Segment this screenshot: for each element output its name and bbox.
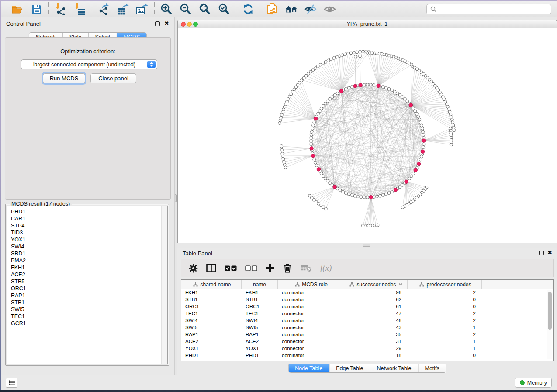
column-header-successor-nodes[interactable]: successor nodes (343, 280, 408, 289)
close-panel-button[interactable]: Close panel (90, 73, 136, 83)
cell-name[interactable]: PHD1 (242, 352, 278, 359)
table-row[interactable]: YOX1YOX1connector291 (181, 345, 546, 352)
mcds-hub-node[interactable] (310, 147, 313, 150)
cell-predecessor_nodes[interactable]: 2 (408, 289, 482, 296)
cell-successor_nodes[interactable]: 47 (343, 310, 408, 317)
search-field[interactable] (426, 4, 551, 14)
mcds-hub-node[interactable] (314, 117, 317, 120)
cell-mcds_role[interactable]: connector (278, 324, 343, 331)
mcds-hub-node[interactable] (409, 103, 412, 107)
horizontal-split-divider[interactable] (177, 243, 557, 248)
memory-button[interactable]: Memory (515, 378, 552, 388)
table-row[interactable]: SWI5SWI5connector431 (181, 324, 546, 331)
mcds-result-item[interactable]: STB1 (11, 299, 167, 306)
mcds-hub-node[interactable] (333, 185, 336, 189)
column-header-MCDS-role[interactable]: MCDS role (278, 280, 343, 289)
tab-motifs[interactable]: Motifs (418, 364, 446, 372)
cell-mcds_role[interactable]: dominator (278, 289, 343, 296)
cell-shared_name[interactable]: PHD1 (181, 352, 242, 359)
table-row[interactable]: STB1STB1dominator620 (181, 296, 546, 303)
cell-shared_name[interactable]: TEC1 (181, 310, 242, 317)
cell-successor_nodes[interactable]: 29 (343, 345, 408, 352)
mcds-result-item[interactable]: SWI5 (11, 306, 167, 313)
cell-successor_nodes[interactable]: 61 (343, 303, 408, 310)
cell-shared_name[interactable]: YOX1 (181, 345, 242, 352)
mcds-result-item[interactable]: GCR1 (11, 320, 167, 327)
mcds-hub-node[interactable] (394, 188, 397, 192)
refresh-icon[interactable] (242, 3, 255, 16)
export-table-icon[interactable] (117, 3, 130, 16)
mcds-hub-node[interactable] (317, 168, 320, 171)
delete-column-trash-icon[interactable] (283, 263, 292, 273)
cell-successor_nodes[interactable]: 43 (343, 324, 408, 331)
mcds-list-scrollbar[interactable] (161, 206, 167, 364)
cell-name[interactable]: TEC1 (242, 310, 278, 317)
table-settings-gear-icon[interactable] (189, 264, 198, 273)
optimization-criterion-select[interactable]: largest connected component (undirected) (21, 59, 157, 69)
mcds-hub-node[interactable] (353, 84, 357, 88)
cell-successor_nodes[interactable]: 31 (343, 338, 408, 345)
tab-network-table[interactable]: Network Table (370, 364, 419, 372)
table-scrollbar-thumb[interactable] (548, 292, 552, 330)
mcds-hub-node[interactable] (405, 180, 408, 183)
mcds-result-item[interactable]: STB5 (11, 278, 167, 285)
network-canvas[interactable] (178, 28, 557, 243)
cell-predecessor_nodes[interactable]: 1 (408, 338, 482, 345)
mcds-hub-node[interactable] (311, 154, 315, 158)
mcds-hub-node[interactable] (414, 168, 417, 172)
table-row[interactable]: FKH1FKH1dominator962 (181, 289, 546, 296)
table-scrollbar[interactable] (547, 290, 552, 359)
vertical-split-divider[interactable] (174, 17, 177, 375)
cell-shared_name[interactable]: FKH1 (181, 289, 242, 296)
zoom-selected-icon[interactable] (218, 3, 231, 16)
mcds-result-item[interactable]: PMA2 (11, 257, 167, 264)
cell-name[interactable]: RAP1 (242, 331, 278, 338)
cell-successor_nodes[interactable]: 62 (343, 296, 408, 303)
select-all-icon[interactable] (225, 265, 237, 271)
cell-mcds_role[interactable]: connector (278, 345, 343, 352)
zoom-out-icon[interactable] (179, 3, 192, 16)
network-graph[interactable] (178, 28, 557, 243)
mcds-result-item[interactable]: ACE2 (11, 271, 167, 278)
mcds-hub-node[interactable] (359, 83, 362, 87)
cell-predecessor_nodes[interactable]: 1 (408, 324, 482, 331)
mcds-result-item[interactable]: CAR1 (11, 215, 167, 222)
export-image-icon[interactable] (136, 3, 149, 16)
cell-name[interactable]: ACE2 (242, 338, 278, 345)
cell-predecessor_nodes[interactable]: 1 (408, 345, 482, 352)
cell-predecessor_nodes[interactable]: 0 (408, 352, 482, 359)
mcds-hub-node[interactable] (422, 139, 426, 142)
mcds-result-item[interactable]: TID3 (11, 229, 167, 236)
show-all-icon[interactable] (323, 3, 336, 16)
cell-shared_name[interactable]: STB1 (181, 296, 242, 303)
tab-node-table[interactable]: Node Table (288, 364, 329, 372)
mcds-hub-node[interactable] (339, 89, 343, 93)
clone-network-icon[interactable] (266, 3, 279, 16)
import-network-icon[interactable] (54, 3, 67, 16)
import-table-icon[interactable] (73, 3, 86, 16)
first-neighbors-icon[interactable] (285, 3, 298, 16)
mcds-result-item[interactable]: SWI4 (11, 243, 167, 250)
cell-mcds_role[interactable]: connector (278, 338, 343, 345)
hide-selected-icon[interactable] (304, 3, 317, 16)
zoom-fit-icon[interactable] (198, 3, 211, 16)
cell-name[interactable]: SWI4 (242, 317, 278, 324)
cell-mcds_role[interactable]: dominator (278, 317, 343, 324)
column-header-shared-name[interactable]: shared name (181, 280, 242, 289)
vertical-split-handle[interactable] (175, 194, 177, 202)
create-column-plus-icon[interactable] (266, 264, 274, 272)
deselect-all-icon[interactable] (245, 265, 257, 271)
show-columns-icon[interactable] (206, 264, 216, 272)
cell-name[interactable]: YOX1 (242, 345, 278, 352)
mcds-result-item[interactable]: FKH1 (11, 264, 167, 271)
mcds-hub-node[interactable] (377, 84, 380, 87)
cell-successor_nodes[interactable]: 18 (343, 352, 408, 359)
column-header-predecessor-nodes[interactable]: predecessor nodes (408, 280, 482, 289)
cell-predecessor_nodes[interactable]: 0 (408, 303, 482, 310)
cell-successor_nodes[interactable]: 96 (343, 289, 408, 296)
table-row[interactable]: RAP1RAP1dominator352 (181, 331, 546, 338)
cell-mcds_role[interactable]: connector (278, 310, 343, 317)
mcds-result-item[interactable]: RAP1 (11, 292, 167, 299)
mcds-result-item[interactable]: PHD1 (11, 208, 167, 215)
mcds-hub-node[interactable] (369, 196, 373, 199)
